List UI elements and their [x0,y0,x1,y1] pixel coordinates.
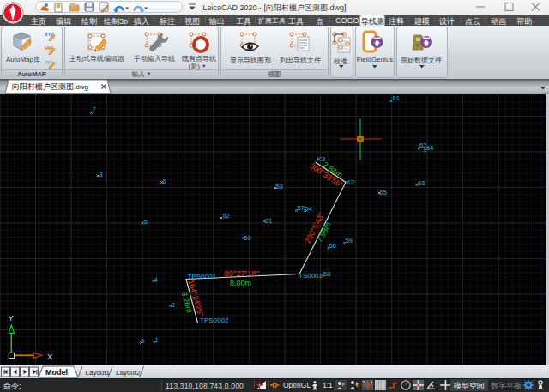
svg-text:TS0001: TS0001 [299,272,323,280]
svg-text:8.00m: 8.00m [230,279,251,287]
svg-text:6: 6 [163,178,166,185]
svg-text:50: 50 [244,234,251,242]
svg-text:56: 56 [329,242,336,250]
svg-text:5: 5 [144,218,148,226]
svg-text:52: 52 [223,212,230,220]
svg-text:9: 9 [142,337,145,345]
svg-text:89°27'18": 89°27'18" [224,268,259,278]
svg-text:64: 64 [426,144,433,152]
svg-text:4: 4 [154,276,158,284]
svg-text:63: 63 [418,179,425,187]
svg-text:65: 65 [380,189,387,196]
svg-text:58: 58 [323,270,330,278]
svg-text:3: 3 [172,301,175,309]
svg-text:TPS0001: TPS0001 [188,273,217,280]
svg-text:Y: Y [9,313,15,323]
svg-text:8: 8 [100,171,103,178]
svg-text:51: 51 [265,217,272,225]
svg-text:1: 1 [155,336,159,344]
svg-text:X: X [47,352,53,361]
svg-text:53: 53 [276,183,283,190]
svg-text:模型空间: 模型空间 [453,382,485,390]
svg-text:K2: K2 [347,178,355,186]
svg-text:1:1: 1:1 [323,381,333,389]
svg-text:61: 61 [393,94,400,102]
svg-text:57: 57 [298,204,305,212]
svg-text:59: 59 [346,237,353,244]
svg-text:7: 7 [93,106,96,113]
svg-text:TPS0002: TPS0002 [200,317,229,324]
svg-text:54: 54 [305,205,312,213]
svg-text:OpenGL: OpenGL [283,381,311,389]
svg-text:数字平板: 数字平板 [491,382,522,390]
